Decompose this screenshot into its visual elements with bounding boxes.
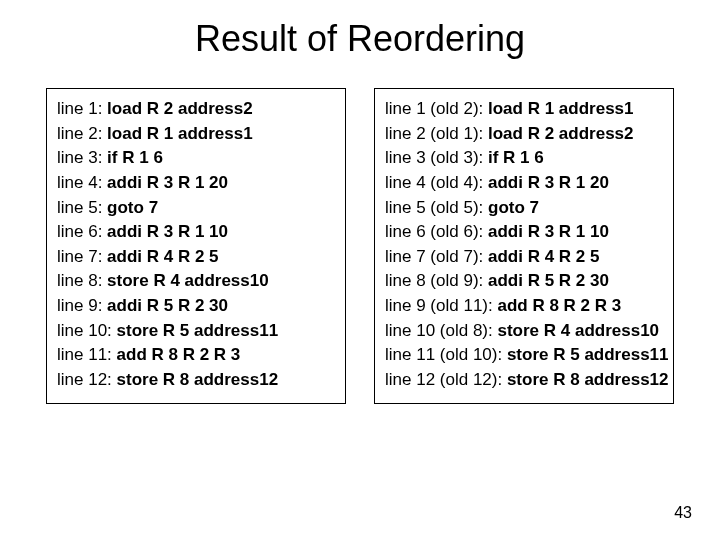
line-prefix: line 4:: [57, 173, 107, 192]
line-prefix: line 1:: [57, 99, 107, 118]
reordered-code-box: line 1 (old 2): load R 1 address1line 2 …: [374, 88, 674, 404]
line-code: addi R 5 R 2 30: [488, 271, 609, 290]
reordered-line-5: line 5 (old 5): goto 7: [385, 196, 663, 221]
line-code: addi R 3 R 1 20: [107, 173, 228, 192]
line-prefix: line 2 (old 1):: [385, 124, 488, 143]
line-prefix: line 9:: [57, 296, 107, 315]
line-code: add R 8 R 2 R 3: [497, 296, 621, 315]
reordered-line-12: line 12 (old 12): store R 8 address12: [385, 368, 663, 393]
line-prefix: line 11:: [57, 345, 117, 364]
reordered-line-3: line 3 (old 3): if R 1 6: [385, 146, 663, 171]
line-code: add R 8 R 2 R 3: [117, 345, 241, 364]
line-code: addi R 3 R 1 20: [488, 173, 609, 192]
line-code: addi R 4 R 2 5: [488, 247, 599, 266]
reordered-line-4: line 4 (old 4): addi R 3 R 1 20: [385, 171, 663, 196]
reordered-line-7: line 7 (old 7): addi R 4 R 2 5: [385, 245, 663, 270]
original-line-8: line 8: store R 4 address10: [57, 269, 335, 294]
reordered-line-9: line 9 (old 11): add R 8 R 2 R 3: [385, 294, 663, 319]
original-line-3: line 3: if R 1 6: [57, 146, 335, 171]
slide-title: Result of Reordering: [0, 18, 720, 60]
line-code: store R 8 address12: [117, 370, 279, 389]
line-code: store R 5 address11: [507, 345, 669, 364]
line-prefix: line 2:: [57, 124, 107, 143]
line-code: goto 7: [488, 198, 539, 217]
original-code-box: line 1: load R 2 address2line 2: load R …: [46, 88, 346, 404]
reordered-line-1: line 1 (old 2): load R 1 address1: [385, 97, 663, 122]
line-code: addi R 3 R 1 10: [488, 222, 609, 241]
line-code: addi R 4 R 2 5: [107, 247, 218, 266]
page-number: 43: [674, 504, 692, 522]
line-code: load R 2 address2: [107, 99, 253, 118]
reordered-line-8: line 8 (old 9): addi R 5 R 2 30: [385, 269, 663, 294]
line-code: if R 1 6: [488, 148, 544, 167]
line-prefix: line 10:: [57, 321, 117, 340]
reordered-line-10: line 10 (old 8): store R 4 address10: [385, 319, 663, 344]
line-code: goto 7: [107, 198, 158, 217]
original-line-10: line 10: store R 5 address11: [57, 319, 335, 344]
line-prefix: line 4 (old 4):: [385, 173, 488, 192]
original-line-1: line 1: load R 2 address2: [57, 97, 335, 122]
line-code: load R 1 address1: [107, 124, 253, 143]
original-line-11: line 11: add R 8 R 2 R 3: [57, 343, 335, 368]
line-code: addi R 3 R 1 10: [107, 222, 228, 241]
original-line-9: line 9: addi R 5 R 2 30: [57, 294, 335, 319]
line-prefix: line 7 (old 7):: [385, 247, 488, 266]
line-prefix: line 9 (old 11):: [385, 296, 497, 315]
line-prefix: line 6 (old 6):: [385, 222, 488, 241]
original-line-4: line 4: addi R 3 R 1 20: [57, 171, 335, 196]
line-prefix: line 7:: [57, 247, 107, 266]
original-line-12: line 12: store R 8 address12: [57, 368, 335, 393]
line-prefix: line 5 (old 5):: [385, 198, 488, 217]
line-prefix: line 3 (old 3):: [385, 148, 488, 167]
line-code: store R 8 address12: [507, 370, 669, 389]
line-prefix: line 8 (old 9):: [385, 271, 488, 290]
line-code: if R 1 6: [107, 148, 163, 167]
line-prefix: line 3:: [57, 148, 107, 167]
reordered-line-11: line 11 (old 10): store R 5 address11: [385, 343, 663, 368]
line-code: load R 1 address1: [488, 99, 634, 118]
reordered-line-2: line 2 (old 1): load R 2 address2: [385, 122, 663, 147]
line-prefix: line 5:: [57, 198, 107, 217]
line-prefix: line 1 (old 2):: [385, 99, 488, 118]
original-line-5: line 5: goto 7: [57, 196, 335, 221]
line-code: store R 4 address10: [107, 271, 269, 290]
line-prefix: line 10 (old 8):: [385, 321, 497, 340]
original-line-7: line 7: addi R 4 R 2 5: [57, 245, 335, 270]
line-code: addi R 5 R 2 30: [107, 296, 228, 315]
line-prefix: line 8:: [57, 271, 107, 290]
columns-wrapper: line 1: load R 2 address2line 2: load R …: [0, 88, 720, 404]
line-code: store R 5 address11: [117, 321, 279, 340]
line-code: store R 4 address10: [497, 321, 659, 340]
line-prefix: line 11 (old 10):: [385, 345, 507, 364]
reordered-line-6: line 6 (old 6): addi R 3 R 1 10: [385, 220, 663, 245]
line-prefix: line 6:: [57, 222, 107, 241]
line-prefix: line 12:: [57, 370, 117, 389]
original-line-6: line 6: addi R 3 R 1 10: [57, 220, 335, 245]
line-code: load R 2 address2: [488, 124, 634, 143]
original-line-2: line 2: load R 1 address1: [57, 122, 335, 147]
line-prefix: line 12 (old 12):: [385, 370, 507, 389]
